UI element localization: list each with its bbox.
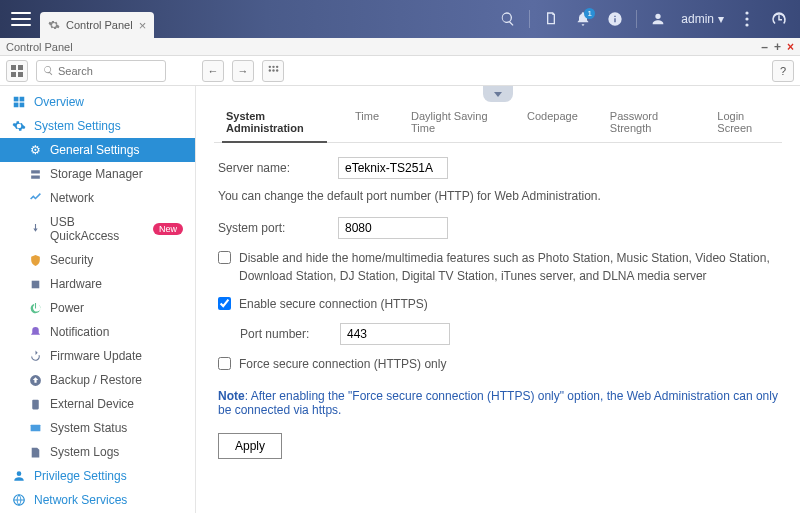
tab-login-screen[interactable]: Login Screen (713, 104, 774, 142)
help-button[interactable]: ? (772, 60, 794, 82)
apps-button[interactable] (262, 60, 284, 82)
svg-rect-19 (30, 424, 40, 431)
more-icon[interactable] (734, 6, 760, 32)
port-description: You can change the default port number (… (218, 189, 778, 203)
device-icon (28, 397, 42, 411)
sidebar-item-usb-quickaccess[interactable]: USB QuickAccess New (0, 210, 195, 248)
new-badge: New (153, 223, 183, 235)
force-https-checkbox[interactable] (218, 357, 231, 370)
back-button[interactable]: ← (202, 60, 224, 82)
dashboard-icon[interactable] (766, 6, 792, 32)
sidebar-item-notification[interactable]: Notification (0, 320, 195, 344)
search-icon[interactable] (495, 6, 521, 32)
system-port-label: System port: (218, 221, 328, 235)
sidebar-item-storage-manager[interactable]: Storage Manager (0, 162, 195, 186)
sidebar-item-external-device[interactable]: External Device (0, 392, 195, 416)
network-icon (28, 191, 42, 205)
sidebar-item-security[interactable]: Security (0, 248, 195, 272)
user-menu[interactable]: admin▾ (677, 12, 728, 26)
apply-button[interactable]: Apply (218, 433, 282, 459)
svg-point-2 (745, 23, 748, 26)
hardware-icon (28, 277, 42, 291)
enable-https-checkbox[interactable] (218, 297, 231, 310)
svg-rect-18 (32, 399, 39, 409)
maximize-button[interactable]: + (774, 40, 781, 54)
tab-daylight-saving[interactable]: Daylight Saving Time (407, 104, 499, 142)
svg-rect-15 (14, 103, 19, 108)
svg-point-7 (268, 66, 270, 68)
search-icon (43, 65, 54, 76)
window-title: Control Panel (6, 41, 73, 53)
sidebar-item-power[interactable]: Power (0, 296, 195, 320)
globe-icon (12, 493, 26, 507)
settings-form: Server name: You can change the default … (214, 143, 782, 513)
menu-icon[interactable] (8, 6, 34, 32)
port-number-input[interactable] (340, 323, 450, 345)
update-icon (28, 349, 42, 363)
svg-point-1 (745, 17, 748, 20)
sidebar-network-services[interactable]: Network Services (0, 488, 195, 512)
sidebar-system-settings[interactable]: System Settings (0, 114, 195, 138)
user-icon (12, 469, 26, 483)
svg-rect-13 (14, 97, 19, 102)
bell-icon (28, 325, 42, 339)
forward-button[interactable]: → (232, 60, 254, 82)
minimize-button[interactable]: – (761, 40, 768, 54)
svg-point-0 (745, 11, 748, 14)
shield-icon (28, 253, 42, 267)
system-port-input[interactable] (338, 217, 448, 239)
port-number-label: Port number: (240, 327, 330, 341)
main-area: Overview System Settings ⚙ General Setti… (0, 86, 800, 513)
svg-rect-5 (11, 72, 16, 77)
disable-media-checkbox[interactable] (218, 251, 231, 264)
storage-icon (28, 167, 42, 181)
backup-icon (28, 373, 42, 387)
svg-rect-4 (18, 65, 23, 70)
sidebar-item-network[interactable]: Network (0, 186, 195, 210)
disable-media-label: Disable and hide the home/multimedia fea… (239, 249, 778, 285)
close-icon[interactable]: × (139, 18, 147, 33)
sidebar-item-general-settings[interactable]: ⚙ General Settings (0, 138, 195, 162)
server-name-input[interactable] (338, 157, 448, 179)
svg-point-9 (275, 66, 277, 68)
settings-icon: ⚙ (28, 143, 42, 157)
sidebar-overview[interactable]: Overview (0, 90, 195, 114)
svg-point-12 (275, 69, 277, 71)
usb-icon (28, 222, 42, 236)
notification-icon[interactable]: 1 (570, 6, 596, 32)
window-tab-control-panel[interactable]: Control Panel × (40, 12, 154, 38)
sidebar-item-backup-restore[interactable]: Backup / Restore (0, 368, 195, 392)
enable-https-label: Enable secure connection (HTTPS) (239, 295, 428, 313)
gear-icon (48, 19, 60, 31)
sidebar-privilege-settings[interactable]: Privilege Settings (0, 464, 195, 488)
tab-system-administration[interactable]: System Administration (222, 104, 327, 142)
notification-badge: 1 (584, 8, 595, 19)
https-note: Note: After enabling the "Force secure c… (218, 389, 778, 417)
info-icon[interactable] (602, 6, 628, 32)
sidebar-item-firmware-update[interactable]: Firmware Update (0, 344, 195, 368)
svg-point-11 (272, 69, 274, 71)
search-input-wrapper (36, 60, 166, 82)
tab-title: Control Panel (66, 19, 133, 31)
svg-rect-6 (18, 72, 23, 77)
panel-pin[interactable] (483, 86, 513, 102)
sidebar-item-system-status[interactable]: System Status (0, 416, 195, 440)
user-icon[interactable] (645, 6, 671, 32)
search-input[interactable] (58, 65, 159, 77)
svg-point-8 (272, 66, 274, 68)
force-https-label: Force secure connection (HTTPS) only (239, 355, 446, 373)
logs-icon (28, 445, 42, 459)
tab-time[interactable]: Time (351, 104, 383, 142)
server-name-label: Server name: (218, 161, 328, 175)
tab-password-strength[interactable]: Password Strength (606, 104, 690, 142)
grid-view-button[interactable] (6, 60, 28, 82)
sidebar-item-hardware[interactable]: Hardware (0, 272, 195, 296)
chevron-down-icon: ▾ (718, 12, 724, 26)
tab-codepage[interactable]: Codepage (523, 104, 582, 142)
content-tabs: System Administration Time Daylight Savi… (214, 104, 782, 143)
gear-icon (12, 119, 26, 133)
sidebar-item-system-logs[interactable]: System Logs (0, 440, 195, 464)
clipboard-icon[interactable] (538, 6, 564, 32)
close-button[interactable]: × (787, 40, 794, 54)
svg-point-10 (268, 69, 270, 71)
